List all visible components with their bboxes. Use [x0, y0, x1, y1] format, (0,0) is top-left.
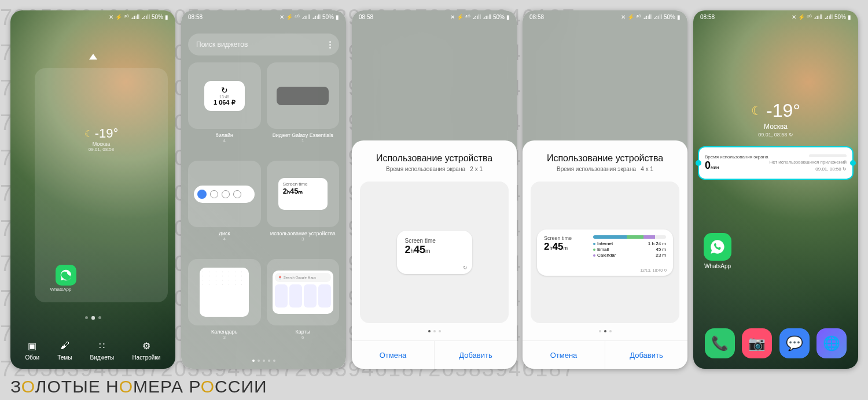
status-bar: ✕ ⚡⁴ᴳ ⊿ıll ⊿ıll50%▮	[10, 10, 175, 23]
sheet-title: Использование устройства	[376, 153, 492, 164]
add-button[interactable]: Добавить	[605, 341, 687, 369]
wallpaper-button[interactable]: ▣Обои	[25, 340, 40, 361]
screen-widget-add-4x1: 08:58✕ ⚡⁴ᴳ ⊿ıll ⊿ıll50%▮ Использование у…	[523, 10, 687, 369]
refresh-icon: ↻	[463, 265, 468, 271]
page-dots	[85, 316, 101, 320]
widget-maps[interactable]: 📍Search Google Maps Карты6	[267, 259, 340, 351]
page-dots	[252, 360, 275, 362]
whatsapp-icon	[704, 233, 731, 261]
camera-app-icon[interactable]: 📷	[742, 328, 772, 358]
widget-galaxy-essentials[interactable]: Виджет Galaxy Essentials1	[267, 62, 340, 155]
sheet-dots	[428, 330, 441, 332]
more-icon[interactable]	[329, 41, 331, 49]
widgets-button[interactable]: ∷Виджеты	[90, 340, 115, 361]
screen-time-widget-placed[interactable]: Время использования экрана 0мин Нет испо…	[698, 146, 854, 180]
widget-search-bar[interactable]: Поиск виджетов	[188, 34, 339, 55]
add-button[interactable]: Добавить	[435, 341, 517, 369]
weather-widget-small: ☾-19° Москва 09.01, 08:58	[84, 126, 119, 152]
widget-beeline[interactable]: ↻13:451 064 ₽ билайн4	[188, 62, 261, 155]
home-indicator-icon[interactable]	[89, 54, 97, 60]
widget-timestamp: 12/13, 18:40 ↻	[640, 268, 667, 273]
widget-preview-area[interactable]: Screen time 2h45m ↻	[360, 182, 509, 323]
screen-widget-add-2x1: 08:58✕ ⚡⁴ᴳ ⊿ıll ⊿ıll50%▮ Использование у…	[352, 10, 517, 369]
sheet-dots	[599, 330, 612, 332]
whatsapp-app[interactable]: WhatsApp	[704, 233, 731, 269]
screen-home-editor: ✕ ⚡⁴ᴳ ⊿ıll ⊿ıll50%▮ ☾-19° Москва 09.01, …	[10, 10, 175, 369]
widget-digital-wellbeing[interactable]: Screen time2ₕ45ₘ Использование устройств…	[267, 161, 340, 253]
themes-button[interactable]: 🖌Темы	[57, 340, 72, 361]
whatsapp-label: WhatsApp	[45, 287, 76, 292]
settings-button[interactable]: ⚙Настройки	[132, 340, 160, 361]
screen-time-widget-4x1: Screen time 2h45m Internet1 h 24 m Email…	[537, 229, 673, 276]
moon-icon: ☾	[84, 128, 93, 139]
whatsapp-label: WhatsApp	[704, 263, 731, 269]
browser-app-icon[interactable]: 🌐	[816, 328, 847, 358]
messages-app-icon[interactable]: 💬	[779, 328, 810, 358]
weather-widget[interactable]: ☾-19° Москва 09.01, 08:58 ↻	[751, 100, 800, 138]
widget-calendar[interactable]: ⋅⋅⋅⋅⋅⋅⋅⋅⋅⋅⋅⋅⋅⋅⋅⋅⋅⋅⋅⋅⋅⋅⋅⋅⋅⋅⋅⋅ Календарь3	[188, 259, 261, 351]
screen-home-result: 08:58✕ ⚡⁴ᴳ ⊿ıll ⊿ıll50%▮ ☾-19° Москва 09…	[693, 10, 858, 369]
watermark-text: ЗОЛОТЫЕ НОМЕРА РОССИИ	[10, 377, 267, 397]
widget-sheet: Использование устройства Время использов…	[523, 140, 687, 369]
cancel-button[interactable]: Отмена	[352, 341, 435, 369]
moon-icon: ☾	[751, 103, 763, 118]
screen-widget-list: 08:58✕ ⚡⁴ᴳ ⊿ıll ⊿ıll50%▮ Поиск виджетов …	[181, 10, 346, 369]
widget-preview-area[interactable]: Screen time 2h45m Internet1 h 24 m Email…	[531, 182, 679, 323]
dock: 📞 📷 💬 🌐	[693, 328, 858, 358]
homescreen-preview[interactable]: ☾-19° Москва 09.01, 08:58 WhatsApp	[35, 68, 168, 302]
sheet-title: Использование устройства	[547, 153, 663, 164]
cancel-button[interactable]: Отмена	[523, 341, 605, 369]
widget-sheet: Использование устройства Время использов…	[352, 140, 517, 369]
whatsapp-icon[interactable]	[56, 265, 76, 286]
phone-app-icon[interactable]: 📞	[705, 328, 735, 358]
search-placeholder: Поиск виджетов	[196, 40, 248, 49]
widget-disk[interactable]: Диск4	[188, 161, 261, 253]
status-time: 08:58	[188, 14, 203, 20]
screen-time-widget-2x1: Screen time 2h45m ↻	[397, 231, 472, 274]
